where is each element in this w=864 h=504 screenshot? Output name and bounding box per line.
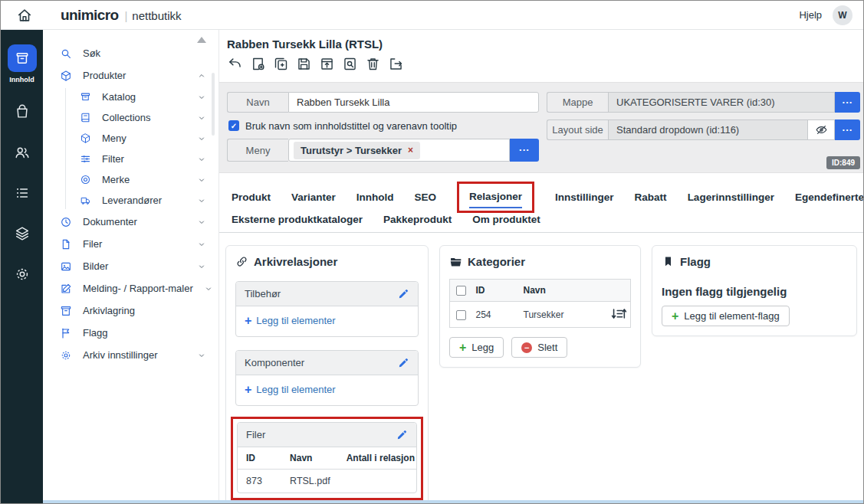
tab-lagerinnstillinger[interactable]: Lagerinnstillinger: [688, 191, 774, 203]
preview-button[interactable]: [341, 56, 358, 73]
sidebar: Søk Produkter Katalog Collections Meny F…: [43, 30, 219, 504]
tilbehor-body: Legg til elementer: [236, 306, 418, 336]
users-icon[interactable]: [14, 144, 31, 161]
exit-button[interactable]: [387, 56, 404, 73]
rail-item-innhold[interactable]: [8, 44, 37, 72]
layers-icon[interactable]: [14, 225, 31, 242]
sidebar-item-katalog[interactable]: Katalog: [43, 87, 218, 107]
plus-icon: [672, 312, 678, 321]
slett-label: Slett: [537, 342, 557, 353]
mappe-group: Mappe UKATEGORISERTE VARER (id:30) ...: [547, 92, 860, 113]
sidebar-item-collections[interactable]: Collections: [43, 107, 218, 128]
chip-remove-icon[interactable]: ×: [408, 145, 413, 155]
plus-icon: [245, 385, 251, 394]
layout-visibility-button[interactable]: [808, 119, 835, 140]
sidebar-item-dokumenter[interactable]: Dokumenter: [43, 211, 218, 233]
tab-om-produktet[interactable]: Om produktet: [472, 214, 540, 225]
kategorier-row[interactable]: 254 Tursekker: [450, 302, 631, 328]
row-checkbox[interactable]: [456, 310, 466, 320]
tab-rabatt[interactable]: Rabatt: [635, 191, 667, 203]
use-name-checkbox[interactable]: [228, 120, 239, 131]
kategorier-card: Kategorier ID Navn 254 Tursekker: [439, 245, 641, 368]
sidebar-item-leverandorer[interactable]: Leverandører: [43, 190, 218, 211]
meny-chip: Turutstyr > Tursekker ×: [294, 142, 420, 159]
sidebar-item-sok[interactable]: Søk: [43, 42, 218, 64]
sidebar-item-filter[interactable]: Filter: [43, 149, 218, 169]
filer-col-antall: Antall i relasjon: [338, 447, 416, 470]
sidebar-item-label: Filter: [102, 153, 124, 165]
copy-plus-icon: [273, 56, 289, 72]
sidebar-item-meny[interactable]: Meny: [43, 128, 218, 149]
edit-pencil-icon[interactable]: [398, 357, 409, 368]
tab-varianter[interactable]: Varianter: [291, 191, 336, 203]
sidebar-item-label: Filer: [83, 238, 102, 250]
tab-innhold[interactable]: Innhold: [356, 191, 394, 203]
sidebar-item-arkivlagring[interactable]: Arkivlagring: [43, 299, 218, 322]
mappe-field: UKATEGORISERTE VARER (id:30): [608, 92, 835, 113]
delete-button[interactable]: [364, 56, 381, 73]
arkivrelasjoner-title: Arkivrelasjoner: [235, 255, 419, 268]
slett-button[interactable]: Slett: [511, 337, 567, 358]
filer-table-row[interactable]: 873 RTSL.pdf: [238, 470, 416, 493]
filer-table-header-row: ID Navn Antall i relasjon: [238, 447, 416, 470]
kategorier-col-sort: [605, 280, 631, 302]
sidebar-item-melding-rapport-maler[interactable]: Melding- / Rapport-maler: [43, 277, 218, 299]
kategorier-col-id: ID: [473, 280, 521, 302]
komponenter-body: Legg til elementer: [236, 375, 418, 405]
save-button[interactable]: [295, 56, 312, 73]
meny-more-button[interactable]: ...: [510, 139, 539, 162]
gear-icon[interactable]: [14, 266, 31, 283]
duplicate-button[interactable]: [272, 56, 289, 73]
shopping-bag-icon[interactable]: [14, 103, 31, 120]
navn-group: Navn: [227, 92, 539, 113]
meny-field[interactable]: Turutstyr > Tursekker ×: [288, 139, 510, 162]
layout-more-button[interactable]: ...: [835, 119, 860, 140]
scroll-up-arrow[interactable]: [197, 37, 206, 43]
kategorier-col-navn: Navn: [521, 280, 605, 302]
sidebar-item-bilder[interactable]: Bilder: [43, 255, 218, 277]
add-element-flag-button[interactable]: Legg til element-flagg: [662, 306, 790, 326]
tab-eksterne-produktkataloger[interactable]: Eksterne produktkataloger: [232, 214, 363, 225]
kategori-id-cell: 254: [473, 302, 521, 328]
sidebar-item-merke[interactable]: Merke: [43, 169, 218, 190]
select-all-checkbox[interactable]: [456, 286, 466, 296]
tab-seo[interactable]: SEO: [415, 191, 437, 203]
avatar[interactable]: W: [833, 5, 853, 25]
tilbehor-label: Tilbehør: [245, 288, 281, 299]
upload-button[interactable]: [318, 56, 335, 73]
sidebar-item-arkiv-innstillinger[interactable]: Arkiv innstillinger: [43, 344, 218, 366]
sidebar-item-filer[interactable]: Filer: [43, 233, 218, 255]
sidebar-item-produkter[interactable]: Produkter: [43, 64, 218, 87]
undo-button[interactable]: [226, 56, 243, 73]
add-elements-link[interactable]: Legg til elementer: [245, 315, 409, 326]
filer-table: ID Navn Antall i relasjon 873 RTSL.pdf: [238, 447, 416, 493]
use-name-row: Bruk navn som innholdstittel og varenavn…: [228, 119, 539, 132]
new-item-button[interactable]: [249, 56, 266, 73]
toolbar: [226, 56, 864, 73]
edit-pencil-icon[interactable]: [396, 429, 408, 440]
tab-produkt[interactable]: Produkt: [232, 191, 271, 203]
filer-annotation-box: Filer ID Navn Antall i relasjon: [231, 417, 423, 500]
home-icon[interactable]: [16, 7, 33, 24]
navn-input[interactable]: [288, 92, 539, 113]
mappe-more-button[interactable]: ...: [835, 92, 860, 113]
save-icon: [296, 56, 312, 72]
sort-order-icon[interactable]: [610, 308, 627, 321]
exit-icon: [388, 56, 404, 72]
chevron-down-icon: [197, 134, 206, 143]
tab-egendefinerte-felter[interactable]: Egendefinerte felter: [795, 191, 864, 203]
tab-pakkeprodukt[interactable]: Pakkeprodukt: [383, 214, 452, 225]
help-link[interactable]: Hjelp: [799, 9, 822, 21]
folder-icon: [449, 255, 462, 268]
tab-relasjoner[interactable]: Relasjoner: [469, 191, 522, 208]
navn-label: Navn: [227, 92, 288, 113]
sidebar-item-flagg[interactable]: Flagg: [43, 322, 218, 344]
form-left-column: Navn Bruk navn som innholdstittel og var…: [227, 92, 539, 162]
tab-innstillinger[interactable]: Innstillinger: [555, 191, 614, 203]
add-elements-link[interactable]: Legg til elementer: [245, 384, 409, 395]
edit-pencil-icon[interactable]: [398, 288, 409, 299]
checklist-icon[interactable]: [14, 185, 31, 201]
legg-button[interactable]: Legg: [449, 337, 504, 358]
filer-col-navn: Navn: [281, 447, 338, 470]
supplier-truck-icon: [80, 195, 91, 206]
